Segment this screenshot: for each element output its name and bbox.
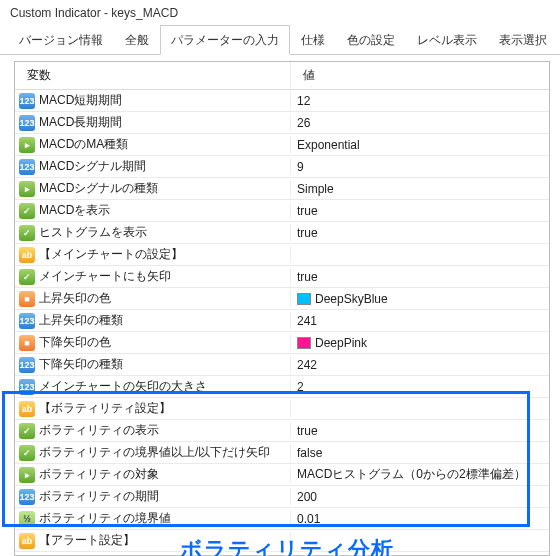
window-title: Custom Indicator - keys_MACD (0, 0, 560, 24)
value-cell[interactable]: 200 (291, 490, 549, 504)
int-type-icon: 123 (19, 489, 35, 505)
header-value[interactable]: 値 (291, 62, 549, 89)
variable-cell: ✓ヒストグラムを表示 (15, 224, 291, 241)
variable-name: 【アラート設定】 (39, 532, 135, 549)
color-swatch (297, 337, 311, 349)
tab-version[interactable]: バージョン情報 (8, 25, 114, 55)
variable-cell: ab【ボラティリティ設定】 (15, 400, 291, 417)
value-text: Exponential (297, 138, 360, 152)
content-area: 変数 値 123MACD短期期間12123MACD長期期間26▸MACDのMA種… (0, 55, 560, 556)
header-variable[interactable]: 変数 (15, 62, 291, 89)
value-cell[interactable]: true (291, 270, 549, 284)
tab-colors[interactable]: 色の設定 (336, 25, 406, 55)
variable-name: ボラティリティの境界値 (39, 510, 171, 527)
value-cell[interactable]: false (291, 446, 549, 460)
value-text: 2 (297, 380, 304, 394)
variable-name: 下降矢印の色 (39, 334, 111, 351)
table-row[interactable]: ▸ボラティリティの対象MACDヒストグラム（0からの2標準偏差） (15, 464, 549, 486)
value-text: 241 (297, 314, 317, 328)
table-row[interactable]: 123MACDシグナル期間9 (15, 156, 549, 178)
variable-name: MACD短期期間 (39, 92, 122, 109)
enum-type-icon: ▸ (19, 181, 35, 197)
value-cell[interactable]: Exponential (291, 138, 549, 152)
int-type-icon: 123 (19, 379, 35, 395)
value-cell[interactable]: 241 (291, 314, 549, 328)
tab-spec[interactable]: 仕様 (290, 25, 336, 55)
int-type-icon: 123 (19, 357, 35, 373)
value-cell[interactable]: 242 (291, 358, 549, 372)
table-row[interactable]: ½ボラティリティの境界値0.01 (15, 508, 549, 530)
table-row[interactable]: ✓MACDを表示true (15, 200, 549, 222)
value-text: 9 (297, 160, 304, 174)
variable-name: ボラティリティの表示 (39, 422, 159, 439)
variable-cell: 123MACDシグナル期間 (15, 158, 291, 175)
variable-cell: 123下降矢印の種類 (15, 356, 291, 373)
value-cell[interactable]: 0.01 (291, 512, 549, 526)
tab-display[interactable]: 表示選択 (488, 25, 558, 55)
variable-name: 上昇矢印の色 (39, 290, 111, 307)
value-cell[interactable]: DeepPink (291, 336, 549, 350)
tab-general[interactable]: 全般 (114, 25, 160, 55)
value-text: 242 (297, 358, 317, 372)
value-cell[interactable]: Simple (291, 182, 549, 196)
value-text: DeepPink (315, 336, 367, 350)
variable-cell: 123MACD長期期間 (15, 114, 291, 131)
variable-cell: 123メインチャートの矢印の大きさ (15, 378, 291, 395)
value-text: true (297, 226, 318, 240)
grid-header: 変数 値 (15, 62, 549, 90)
table-row[interactable]: 123下降矢印の種類242 (15, 354, 549, 376)
table-row[interactable]: ab【ボラティリティ設定】 (15, 398, 549, 420)
int-type-icon: 123 (19, 313, 35, 329)
variable-name: メインチャートにも矢印 (39, 268, 171, 285)
table-row[interactable]: ✓ボラティリティの表示true (15, 420, 549, 442)
variable-name: ボラティリティの対象 (39, 466, 159, 483)
table-row[interactable]: ▸MACDシグナルの種類Simple (15, 178, 549, 200)
table-row[interactable]: ✓メインチャートにも矢印true (15, 266, 549, 288)
bool-type-icon: ✓ (19, 269, 35, 285)
value-text: 26 (297, 116, 310, 130)
value-cell[interactable]: true (291, 226, 549, 240)
tab-parameters[interactable]: パラメーターの入力 (160, 25, 290, 55)
table-row[interactable]: 123MACD長期期間26 (15, 112, 549, 134)
variable-name: ヒストグラムを表示 (39, 224, 147, 241)
value-cell[interactable]: DeepSkyBlue (291, 292, 549, 306)
value-cell[interactable]: 9 (291, 160, 549, 174)
table-row[interactable]: 123上昇矢印の種類241 (15, 310, 549, 332)
variable-name: 下降矢印の種類 (39, 356, 123, 373)
table-row[interactable]: ▸MACDのMA種類Exponential (15, 134, 549, 156)
value-cell[interactable]: true (291, 204, 549, 218)
table-row[interactable]: ■下降矢印の色DeepPink (15, 332, 549, 354)
enum-type-icon: ▸ (19, 137, 35, 153)
variable-cell: ▸MACDシグナルの種類 (15, 180, 291, 197)
variable-cell: ▸ボラティリティの対象 (15, 466, 291, 483)
variable-name: MACDシグナルの種類 (39, 180, 158, 197)
table-row[interactable]: 123MACD短期期間12 (15, 90, 549, 112)
variable-name: MACDを表示 (39, 202, 110, 219)
value-text: 200 (297, 490, 317, 504)
variable-cell: ■下降矢印の色 (15, 334, 291, 351)
variable-name: MACDのMA種類 (39, 136, 128, 153)
value-cell[interactable]: 26 (291, 116, 549, 130)
value-text: true (297, 204, 318, 218)
tab-bar: バージョン情報 全般 パラメーターの入力 仕様 色の設定 レベル表示 表示選択 (0, 24, 560, 55)
variable-cell: ✓ボラティリティの表示 (15, 422, 291, 439)
value-cell[interactable]: 2 (291, 380, 549, 394)
color-type-icon: ■ (19, 335, 35, 351)
table-row[interactable]: 123メインチャートの矢印の大きさ2 (15, 376, 549, 398)
value-cell[interactable]: MACDヒストグラム（0からの2標準偏差） (291, 466, 549, 483)
tab-levels[interactable]: レベル表示 (406, 25, 488, 55)
variable-name: ボラティリティの期間 (39, 488, 159, 505)
variable-cell: ✓MACDを表示 (15, 202, 291, 219)
table-row[interactable]: ✓ボラティリティの境界値以上/以下だけ矢印false (15, 442, 549, 464)
table-row[interactable]: ■上昇矢印の色DeepSkyBlue (15, 288, 549, 310)
int-type-icon: 123 (19, 93, 35, 109)
variable-cell: 123上昇矢印の種類 (15, 312, 291, 329)
value-text: false (297, 446, 322, 460)
table-row[interactable]: ✓ヒストグラムを表示true (15, 222, 549, 244)
table-row[interactable]: ab【メインチャートの設定】 (15, 244, 549, 266)
value-cell[interactable]: 12 (291, 94, 549, 108)
variable-cell: ½ボラティリティの境界値 (15, 510, 291, 527)
value-cell[interactable]: true (291, 424, 549, 438)
table-row[interactable]: 123ボラティリティの期間200 (15, 486, 549, 508)
variable-name: 【ボラティリティ設定】 (39, 400, 171, 417)
